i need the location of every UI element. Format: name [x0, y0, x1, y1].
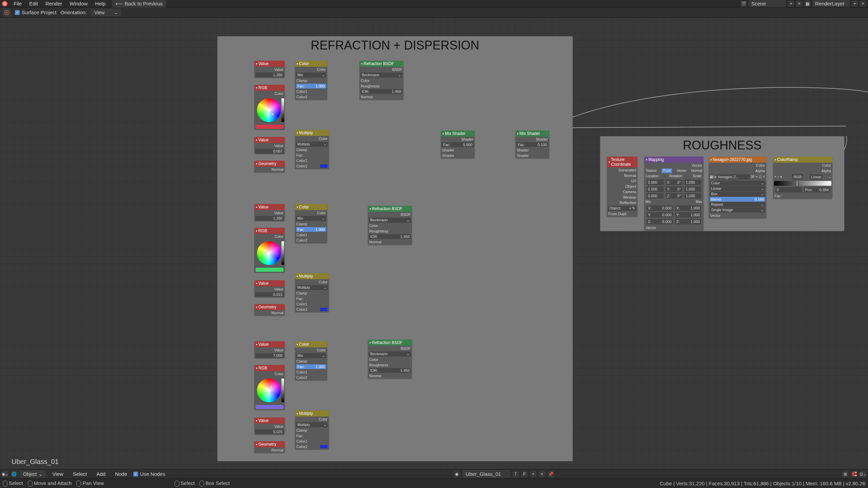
node-header[interactable]: Mix Shader [515, 130, 549, 137]
rot-x[interactable]: X: 0° [666, 180, 683, 185]
menu-add[interactable]: Add [93, 470, 109, 478]
blend-mode-dropdown[interactable]: Mix⌄ [296, 216, 326, 221]
value-field[interactable]: 1.300 [255, 216, 284, 221]
material-name-field[interactable]: Uber_Glass_01 [462, 470, 510, 478]
distribution-dropdown[interactable]: Beckmann⌄ [369, 218, 411, 223]
clamp-checkbox[interactable]: Clamp [296, 147, 307, 152]
node-header[interactable]: Geometry [254, 304, 285, 310]
renderlayer-add-button[interactable]: + [852, 1, 858, 7]
scene-add-button[interactable]: + [788, 1, 794, 7]
node-header[interactable]: Refraction BSDF [368, 340, 412, 346]
material-slot-icon[interactable]: ◉ [454, 471, 460, 477]
clamp-checkbox[interactable]: Clamp [296, 222, 307, 226]
node-header[interactable]: Value [254, 341, 285, 347]
interpolation-dropdown[interactable]: Linear⌄ [710, 186, 765, 191]
color-swatch[interactable] [256, 268, 283, 272]
pos-field[interactable]: Pos: 0.394 [804, 187, 830, 192]
loc-z[interactable]: 0.000 [647, 193, 664, 199]
fac-slider[interactable]: Fac:1.000 [296, 84, 326, 88]
unlink-material-button[interactable]: × [539, 471, 545, 477]
rot-z[interactable]: Z: 0° [666, 193, 683, 199]
distribution-dropdown[interactable]: Beckmann⌄ [369, 351, 411, 357]
node-header[interactable]: Value [254, 204, 285, 210]
color2-swatch[interactable] [320, 445, 328, 448]
colorramp-controls[interactable]: + − ▾RGBLinear⌄ [773, 174, 832, 180]
node-header[interactable]: Mapping [644, 157, 704, 163]
input-fac[interactable]: Fac: [774, 194, 782, 198]
node-refraction-1[interactable]: Refraction BSDF BSDF Beckmann⌄ Color Rou… [359, 61, 403, 100]
node-header[interactable]: Multiply [295, 130, 329, 136]
color-swatch[interactable] [256, 405, 283, 409]
user-count[interactable]: 7 [513, 471, 519, 477]
input-normal[interactable]: Normal [369, 240, 381, 244]
node-rgb-2[interactable]: RGB Color [254, 228, 285, 272]
ior-field[interactable]: IOR:1.450 [369, 368, 411, 373]
node-value-5[interactable]: Value Value 7.000 [254, 341, 285, 358]
blend-slider[interactable]: Blend:0.166 [710, 197, 765, 202]
scene-icon[interactable]: 🎬 [741, 1, 747, 7]
node-multiply-3[interactable]: Multiply Color Multiply⌄ Clamp Fac: Colo… [295, 410, 329, 449]
node-value-3[interactable]: Value Value 1.300 [254, 204, 285, 221]
pin-icon[interactable]: 📌 [548, 471, 554, 477]
input-shader2[interactable]: Shader [517, 153, 529, 158]
scene-name-field[interactable]: Scene [749, 0, 786, 7]
menu-file[interactable]: File [10, 0, 25, 7]
renderlayer-close-button[interactable]: × [860, 1, 866, 7]
node-mixcolor-1[interactable]: Color Color Mix⌄ Clamp Fac:1.000 Color1 … [295, 61, 327, 100]
menu-help[interactable]: Help [92, 0, 109, 7]
surface-project-checkbox[interactable]: ✓Surface Project [15, 9, 57, 15]
node-header[interactable]: Geometry [254, 441, 285, 447]
input-normal[interactable]: Normal [369, 373, 381, 378]
node-header[interactable]: Value [254, 61, 285, 67]
node-rgb-3[interactable]: RGB Color [254, 365, 285, 410]
node-header[interactable]: Color [295, 341, 327, 347]
input-color[interactable]: Color [361, 78, 370, 83]
color-wheel[interactable] [257, 98, 281, 122]
node-mixcolor-3[interactable]: Color Color Mix⌄ Clamp Fac:1.000 Color1 … [295, 341, 327, 380]
mapping-type-tabs[interactable]: TexturePointVectorNormal [644, 168, 704, 174]
clamp-checkbox[interactable]: Clamp [296, 359, 307, 364]
node-geometry-1[interactable]: Geometry Normal [254, 161, 285, 172]
menu-select[interactable]: Select [70, 470, 91, 478]
loc-x[interactable]: 0.000 [647, 180, 664, 185]
clamp-checkbox[interactable]: Clamp [296, 428, 307, 433]
value-field[interactable]: 7.000 [255, 353, 284, 358]
node-value-6[interactable]: Value Value 0.025 [254, 418, 285, 434]
input-color2[interactable]: Color2 [296, 238, 307, 243]
node-header[interactable]: Multiply [295, 410, 329, 416]
node-header[interactable]: Color [295, 204, 327, 210]
rot-y[interactable]: Y: 0° [666, 186, 683, 192]
node-header[interactable]: RGB [254, 365, 285, 371]
node-header[interactable]: Refraction BSDF [368, 206, 412, 212]
new-material-button[interactable]: + [530, 471, 536, 477]
blender-logo-icon[interactable] [2, 1, 7, 6]
back-to-previous-button[interactable]: ⟵ Back to Previous [112, 0, 166, 7]
node-header[interactable]: ColorRamp [773, 157, 832, 163]
shader-type-icon[interactable]: 🌐 [11, 471, 17, 477]
input-shader2[interactable]: Shader [442, 153, 454, 158]
node-rgb-1[interactable]: RGB Color [254, 85, 285, 129]
projection-dropdown[interactable]: Box⌄ [710, 191, 765, 197]
input-color[interactable]: Color [369, 357, 378, 362]
menu-edit[interactable]: Edit [26, 0, 41, 7]
orientation-dropdown[interactable]: View ⌄ [91, 9, 121, 16]
editor-type-icon[interactable]: ◉⌄ [2, 471, 8, 477]
loc-y[interactable]: 0.000 [647, 186, 664, 192]
color-wheel[interactable] [257, 241, 281, 265]
input-color2[interactable]: Color2 [296, 164, 307, 168]
value-field[interactable]: 0.025 [255, 429, 284, 434]
node-multiply-2[interactable]: Multiply Color Multiply⌄ Clamp Fac: Colo… [295, 273, 329, 312]
blend-mode-dropdown[interactable]: Mix⌄ [296, 73, 326, 78]
node-mixshader-2[interactable]: Mix Shader Shader Fac:0.100 Shader Shade… [515, 130, 549, 158]
input-color2[interactable]: Color2 [296, 307, 307, 312]
node-geometry-3[interactable]: Geometry Normal [254, 441, 285, 453]
input-color1[interactable]: Color1 [296, 158, 307, 163]
scale-z[interactable]: 1.000 [684, 193, 701, 199]
input-color1[interactable]: Color1 [296, 439, 307, 444]
node-editor-canvas[interactable]: REFRACTION + DISPERSION ROUGHNESS Value … [0, 18, 868, 469]
input-normal[interactable]: Normal [361, 95, 373, 99]
object-mode-dropdown[interactable]: Object⌄ [20, 470, 46, 478]
scale-y[interactable]: 1.000 [684, 186, 701, 192]
node-value-4[interactable]: Value Value 0.015 [254, 280, 285, 297]
input-fac[interactable]: Fac: [296, 296, 303, 301]
